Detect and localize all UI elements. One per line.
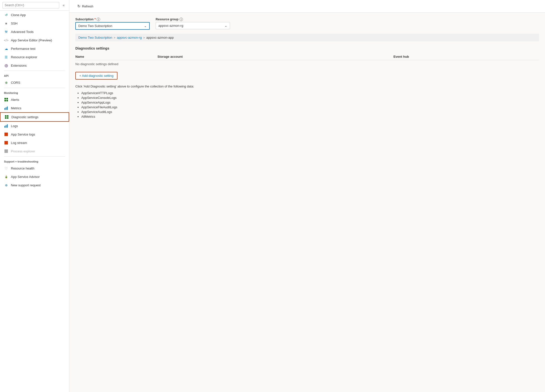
table-row-no-settings: No diagnostic settings defined (75, 60, 539, 68)
subscription-select[interactable]: Demo Two Subscription ⌄ (75, 22, 150, 30)
col-name: Name (75, 53, 157, 60)
svg-rect-0 (4, 98, 6, 99)
sidebar-search-area: « (0, 0, 69, 11)
refresh-label: Refresh (82, 4, 93, 8)
svg-rect-8 (7, 115, 8, 117)
sidebar-item-label: Clone App (11, 13, 26, 17)
form-row: Subscription * i Demo Two Subscription ⌄… (75, 18, 539, 30)
sidebar-item-label: Diagnostic settings (11, 115, 38, 119)
svg-rect-11 (4, 126, 5, 128)
advanced-tools-icon: ⚒ (4, 29, 8, 34)
diagnostics-table: Name Storage account Event hub No diagno… (75, 53, 539, 68)
svg-rect-2 (4, 100, 6, 101)
list-item: AppServiceAppLogs (81, 100, 539, 105)
sidebar-item-label: Advanced Tools (11, 30, 34, 34)
subscription-required: * (94, 18, 96, 21)
app-service-editor-icon: </> (4, 38, 8, 42)
divider-api (4, 71, 65, 71)
clone-app-icon: ↺ (4, 13, 8, 17)
breadcrumb-sep-1: > (114, 36, 115, 39)
sidebar-item-clone-app[interactable]: ↺ Clone App (0, 11, 69, 19)
sidebar-item-label: Resource explorer (11, 55, 37, 59)
svg-rect-10 (7, 117, 8, 119)
diagnostics-section: Diagnostics settings Name Storage accoun… (75, 46, 539, 119)
sidebar-item-app-service-advisor[interactable]: 🎍 App Service Advisor (0, 172, 69, 181)
sidebar-item-label: Metrics (11, 106, 21, 110)
app-service-logs-icon (4, 132, 8, 137)
list-item: AppServiceAuditLogs (81, 110, 539, 114)
extensions-icon: ⨁ (4, 63, 8, 68)
cors-icon: ⊕ (4, 80, 8, 85)
svg-rect-13 (7, 124, 8, 128)
breadcrumb-subscription[interactable]: Demo Two Subscription (78, 36, 112, 39)
sidebar-item-label: Alerts (11, 98, 19, 102)
ssh-icon: ■ (4, 21, 8, 26)
svg-rect-16 (4, 149, 8, 153)
subscription-label: Subscription * i (75, 18, 150, 21)
sidebar-item-label: Logs (11, 124, 18, 128)
sidebar-item-label: Log stream (11, 141, 27, 145)
sidebar-item-metrics[interactable]: Metrics (0, 104, 69, 112)
resource-group-select[interactable]: appsvc-azmon-rg ⌄ (156, 22, 230, 29)
svg-rect-6 (7, 107, 8, 110)
sidebar-item-new-support-request[interactable]: ⊕ New support request (0, 181, 69, 189)
sidebar-item-cors[interactable]: ⊕ CORS (0, 78, 69, 87)
sidebar-item-logs[interactable]: Logs (0, 122, 69, 130)
log-stream-icon (4, 140, 8, 145)
breadcrumb-sep-2: > (143, 36, 145, 39)
breadcrumb-resource-group[interactable]: appsvc-azmon-rg (117, 36, 142, 39)
svg-rect-7 (5, 115, 6, 117)
section-label-api: API (0, 72, 69, 78)
svg-rect-12 (6, 125, 6, 128)
sidebar-item-performance-test[interactable]: ☁ Performance test (0, 44, 69, 53)
sidebar-item-resource-health[interactable]: ♡ Resource health (0, 164, 69, 172)
sidebar-item-label: CORS (11, 81, 20, 84)
subscription-dropdown-icon: ⌄ (144, 24, 147, 28)
resource-group-label: Resource group i (156, 18, 230, 21)
sidebar-item-alerts[interactable]: Alerts (0, 95, 69, 104)
sidebar-item-label: SSH (11, 22, 18, 25)
section-label-support: Support + troubleshooting (0, 158, 69, 164)
sidebar-item-resource-explorer[interactable]: ☰ Resource explorer (0, 53, 69, 61)
logs-icon (4, 124, 8, 128)
sidebar-item-label: Process explorer (11, 149, 35, 153)
svg-rect-3 (6, 100, 8, 101)
no-settings-text: No diagnostic settings defined (75, 60, 539, 68)
sidebar-scroll: ↺ Clone App ■ SSH ⚒ Advanced Tools </> A… (0, 11, 69, 392)
resource-health-icon: ♡ (4, 166, 8, 170)
sidebar-item-process-explorer: Process explorer (0, 147, 69, 155)
sidebar-item-advanced-tools[interactable]: ⚒ Advanced Tools (0, 28, 69, 36)
sidebar-item-label: Extensions (11, 64, 27, 67)
svg-rect-4 (4, 108, 5, 110)
breadcrumb-resource: appsvc-azmon-app (146, 36, 174, 39)
metrics-icon (4, 106, 8, 110)
sidebar-item-label: New support request (11, 183, 41, 187)
refresh-button[interactable]: ↻ Refresh (74, 2, 96, 10)
sidebar-item-diagnostic-settings[interactable]: Diagnostic settings (0, 112, 69, 122)
sidebar-item-app-service-logs[interactable]: App Service logs (0, 130, 69, 139)
sidebar-collapse-button[interactable]: « (61, 2, 67, 8)
sidebar: « ↺ Clone App ■ SSH ⚒ Advanced Tools </>… (0, 0, 69, 392)
sidebar-item-extensions[interactable]: ⨁ Extensions (0, 61, 69, 70)
sidebar-item-app-service-editor[interactable]: </> App Service Editor (Preview) (0, 36, 69, 44)
section-label-monitoring: Monitoring (0, 89, 69, 95)
resource-group-dropdown-icon: ⌄ (225, 24, 227, 28)
subscription-group: Subscription * i Demo Two Subscription ⌄ (75, 18, 150, 30)
add-diagnostic-setting-button[interactable]: + Add diagnostic setting (75, 72, 117, 80)
col-storage: Storage account (157, 53, 393, 60)
search-input[interactable] (2, 2, 59, 8)
divider-support (4, 156, 65, 157)
sidebar-item-log-stream[interactable]: Log stream (0, 139, 69, 147)
sidebar-item-ssh[interactable]: ■ SSH (0, 19, 69, 28)
sidebar-item-label: Resource health (11, 167, 34, 170)
performance-test-icon: ☁ (4, 46, 8, 51)
sidebar-item-label: App Service Editor (Preview) (11, 38, 52, 42)
subscription-info-icon[interactable]: i (97, 18, 100, 21)
list-item: AllMetrics (81, 114, 539, 119)
resource-group-info-icon[interactable]: i (179, 18, 183, 21)
breadcrumb: Demo Two Subscription > appsvc-azmon-rg … (75, 34, 539, 41)
new-support-request-icon: ⊕ (4, 183, 8, 187)
data-types-list: AppServiceHTTPLogs AppServiceConsoleLogs… (75, 91, 539, 119)
info-text: Click 'Add Diagnostic setting' above to … (75, 84, 539, 88)
content-area: Subscription * i Demo Two Subscription ⌄… (69, 13, 545, 392)
